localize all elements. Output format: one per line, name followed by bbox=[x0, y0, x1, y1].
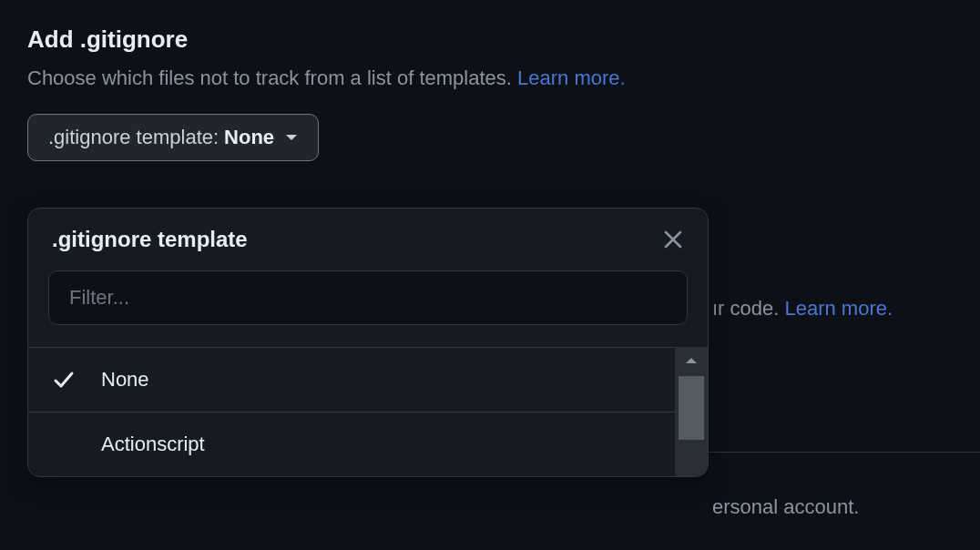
popup-header: .gitignore template bbox=[28, 209, 708, 270]
scroll-up-icon[interactable] bbox=[685, 352, 698, 369]
popup-title: .gitignore template bbox=[52, 227, 248, 252]
scrollbar-thumb[interactable] bbox=[679, 376, 704, 440]
bg-code-text: ır code. bbox=[712, 297, 784, 320]
gitignore-template-dropdown[interactable]: .gitignore template: None bbox=[27, 114, 319, 161]
list-item[interactable]: Actionscript bbox=[28, 412, 708, 476]
close-icon[interactable] bbox=[662, 229, 684, 250]
dropdown-label: .gitignore template: bbox=[48, 126, 219, 149]
list-item-label: None bbox=[101, 368, 149, 392]
bg-learn-more-link[interactable]: Learn more. bbox=[784, 297, 893, 320]
gitignore-section-description: Choose which files not to track from a l… bbox=[27, 66, 953, 90]
list-item-label: Actionscript bbox=[101, 433, 205, 456]
background-divider bbox=[709, 452, 980, 453]
check-icon bbox=[52, 368, 101, 392]
gitignore-section-title: Add .gitignore bbox=[27, 25, 953, 54]
filter-wrap bbox=[28, 270, 708, 347]
caret-down-icon bbox=[285, 133, 298, 142]
description-text: Choose which files not to track from a l… bbox=[27, 66, 517, 89]
list-item[interactable]: None bbox=[28, 347, 708, 412]
background-license-text: ır code. Learn more. bbox=[712, 297, 893, 321]
dropdown-value: None bbox=[224, 126, 274, 149]
filter-input[interactable] bbox=[48, 270, 688, 325]
background-account-text: ersonal account. bbox=[712, 495, 859, 519]
scrollbar[interactable] bbox=[675, 347, 708, 476]
gitignore-template-popup: .gitignore template None Actionscript bbox=[27, 208, 709, 477]
template-list: None Actionscript bbox=[28, 347, 708, 476]
learn-more-link[interactable]: Learn more. bbox=[517, 66, 626, 89]
